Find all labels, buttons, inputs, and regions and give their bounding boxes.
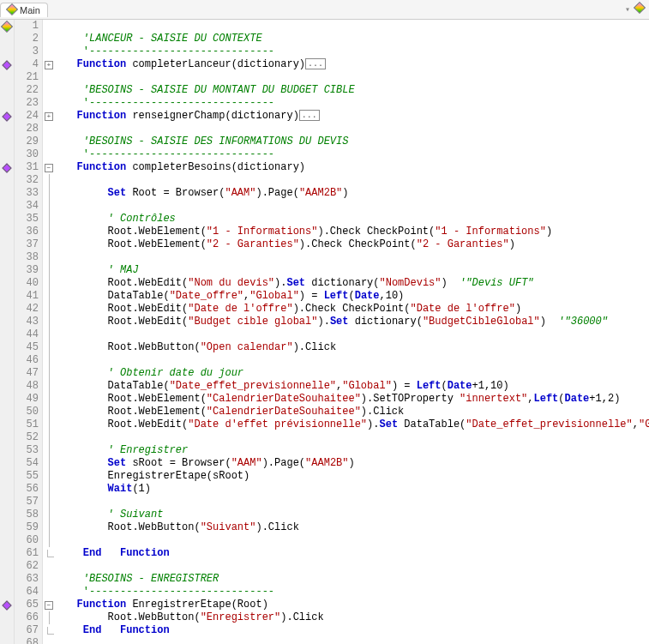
code-text[interactable] xyxy=(55,251,649,264)
code-line[interactable]: 32 xyxy=(0,174,649,187)
code-line[interactable]: 65− Function EnregistrerEtape(Root) xyxy=(0,599,649,611)
code-line[interactable]: 33 Set Root = Browser("AAM").Page("AAM2B… xyxy=(0,187,649,200)
tab-dropdown-icon[interactable]: ▾ xyxy=(625,4,630,15)
code-line[interactable]: 30 '------------------------------ xyxy=(0,148,649,161)
code-text[interactable]: 'LANCEUR - SAISIE DU CONTEXTE xyxy=(55,33,649,45)
fold-cell[interactable]: − xyxy=(43,599,55,611)
code-line[interactable]: 45 Root.WebButton("Open calendar").Click xyxy=(0,341,649,354)
code-text[interactable]: Root.WebElement("2 - Garanties").Check C… xyxy=(55,238,649,251)
code-line[interactable]: 31− Function completerBesoins(dictionary… xyxy=(0,161,649,174)
code-line[interactable]: 37 Root.WebElement("2 - Garanties").Chec… xyxy=(0,238,649,251)
fold-cell[interactable]: + xyxy=(43,58,55,71)
code-line[interactable]: 63 'BESOINS - ENREGISTRER xyxy=(0,573,649,586)
code-text[interactable]: Wait(1) xyxy=(55,483,649,496)
code-text[interactable] xyxy=(55,534,649,547)
code-line[interactable]: 49 Root.WebElement("CalendrierDateSouhai… xyxy=(0,393,649,406)
code-text[interactable]: Root.WebButton("Enregistrer").Click xyxy=(55,611,649,624)
code-text[interactable]: 'BESOINS - SAISIE DES INFORMATIONS DU DE… xyxy=(55,135,649,148)
code-line[interactable]: 60 xyxy=(0,534,649,547)
code-line[interactable]: 64 '------------------------------ xyxy=(0,586,649,599)
code-text[interactable] xyxy=(55,496,649,509)
code-text[interactable] xyxy=(55,200,649,213)
code-text[interactable] xyxy=(55,123,649,135)
code-text[interactable] xyxy=(55,637,649,644)
tab-main[interactable]: Main xyxy=(0,3,48,17)
code-text[interactable]: DataTable("Date_offre","Global") = Left(… xyxy=(55,290,649,303)
code-text[interactable]: Function completerBesoins(dictionary) xyxy=(55,161,649,174)
code-line[interactable]: 52 xyxy=(0,431,649,444)
code-text[interactable]: Set sRoot = Browser("AAM").Page("AAM2B") xyxy=(55,457,649,470)
code-line[interactable]: 58 ' Suivant xyxy=(0,509,649,521)
code-line[interactable]: 38 xyxy=(0,251,649,264)
code-text[interactable]: Root.WebEdit("Date de l'offre").Check Ch… xyxy=(55,303,649,316)
code-text[interactable]: ' Suivant xyxy=(55,509,649,521)
code-text[interactable] xyxy=(55,354,649,367)
code-line[interactable]: 50 Root.WebElement("CalendrierDateSouhai… xyxy=(0,406,649,418)
code-line[interactable]: 21 xyxy=(0,71,649,84)
code-text[interactable] xyxy=(55,431,649,444)
code-text[interactable]: Root.WebEdit("Date d'effet prévisionnell… xyxy=(55,418,649,431)
fold-collapse-icon[interactable]: − xyxy=(45,601,53,610)
code-line[interactable]: 22 'BESOINS - SAISIE DU MONTANT DU BUDGE… xyxy=(0,84,649,97)
code-line[interactable]: 54 Set sRoot = Browser("AAM").Page("AAM2… xyxy=(0,457,649,470)
code-line[interactable]: 68 xyxy=(0,637,649,644)
code-line[interactable]: 42 Root.WebEdit("Date de l'offre").Check… xyxy=(0,303,649,316)
code-line[interactable]: 41 DataTable("Date_offre","Global") = Le… xyxy=(0,290,649,303)
code-text[interactable] xyxy=(55,71,649,84)
fold-expand-icon[interactable]: + xyxy=(45,112,53,121)
collapsed-marker[interactable]: ... xyxy=(299,110,320,121)
code-line[interactable]: 29 'BESOINS - SAISIE DES INFORMATIONS DU… xyxy=(0,135,649,148)
code-text[interactable]: Function completerLanceur(dictionary)... xyxy=(55,58,649,71)
code-line[interactable]: 57 xyxy=(0,496,649,509)
code-line[interactable]: 23 '------------------------------ xyxy=(0,97,649,110)
code-line[interactable]: 48 DataTable("Date_effet_previsionnelle"… xyxy=(0,380,649,393)
code-text[interactable]: ' Contrôles xyxy=(55,213,649,226)
code-text[interactable]: '------------------------------ xyxy=(55,97,649,110)
code-line[interactable]: 2 'LANCEUR - SAISIE DU CONTEXTE xyxy=(0,33,649,45)
code-line[interactable]: 47 ' Obtenir date du jour xyxy=(0,367,649,380)
code-text[interactable]: Root.WebEdit("Nom du devis").Set diction… xyxy=(55,277,649,290)
code-line[interactable]: 40 Root.WebEdit("Nom du devis").Set dict… xyxy=(0,277,649,290)
code-text[interactable]: ' MAJ xyxy=(55,264,649,277)
code-text[interactable]: End Function xyxy=(55,547,649,560)
code-line[interactable]: 36 Root.WebElement("1 - Informations").C… xyxy=(0,226,649,238)
code-line[interactable]: 43 Root.WebEdit("Budget cible global").S… xyxy=(0,316,649,328)
code-text[interactable] xyxy=(55,328,649,341)
fold-collapse-icon[interactable]: − xyxy=(45,164,53,172)
code-text[interactable] xyxy=(55,560,649,573)
code-line[interactable]: 66 Root.WebButton("Enregistrer").Click xyxy=(0,611,649,624)
code-line[interactable]: 34 xyxy=(0,200,649,213)
code-line[interactable]: 44 xyxy=(0,328,649,341)
code-text[interactable]: Root.WebElement("1 - Informations").Chec… xyxy=(55,226,649,238)
code-text[interactable]: Root.WebButton("Suivant").Click xyxy=(55,521,649,534)
code-area[interactable]: 12 'LANCEUR - SAISIE DU CONTEXTE3 '-----… xyxy=(0,20,649,644)
code-line[interactable]: 3 '------------------------------ xyxy=(0,45,649,58)
code-line[interactable]: 46 xyxy=(0,354,649,367)
code-text[interactable]: ' Obtenir date du jour xyxy=(55,367,649,380)
code-line[interactable]: 35 ' Contrôles xyxy=(0,213,649,226)
code-text[interactable] xyxy=(55,174,649,187)
code-line[interactable]: 59 Root.WebButton("Suivant").Click xyxy=(0,521,649,534)
code-line[interactable]: 51 Root.WebEdit("Date d'effet prévisionn… xyxy=(0,418,649,431)
code-text[interactable]: '------------------------------ xyxy=(55,148,649,161)
fold-cell[interactable]: + xyxy=(43,110,55,123)
code-line[interactable]: 61 End Function xyxy=(0,547,649,560)
code-line[interactable]: 53 ' Enregistrer xyxy=(0,444,649,457)
code-text[interactable]: 'BESOINS - ENREGISTRER xyxy=(55,573,649,586)
fold-expand-icon[interactable]: + xyxy=(45,61,53,69)
code-text[interactable]: End Function xyxy=(55,624,649,637)
code-text[interactable]: Root.WebEdit("Budget cible global").Set … xyxy=(55,316,649,328)
code-text[interactable]: Function renseignerChamp(dictionary)... xyxy=(55,110,649,123)
code-text[interactable]: '------------------------------ xyxy=(55,586,649,599)
code-text[interactable]: Function EnregistrerEtape(Root) xyxy=(55,599,649,611)
overflow-button[interactable] xyxy=(635,3,644,15)
code-text[interactable]: 'BESOINS - SAISIE DU MONTANT DU BUDGET C… xyxy=(55,84,649,97)
code-text[interactable]: Root.WebElement("CalendrierDateSouhaitee… xyxy=(55,393,649,406)
code-line[interactable]: 4+ Function completerLanceur(dictionary)… xyxy=(0,58,649,71)
code-line[interactable]: 39 ' MAJ xyxy=(0,264,649,277)
code-text[interactable]: Root.WebElement("CalendrierDateSouhaitee… xyxy=(55,406,649,418)
code-text[interactable]: '------------------------------ xyxy=(55,45,649,58)
code-line[interactable]: 24+ Function renseignerChamp(dictionary)… xyxy=(0,110,649,123)
code-text[interactable] xyxy=(55,20,649,33)
code-text[interactable]: EnregistrerEtape(sRoot) xyxy=(55,470,649,483)
